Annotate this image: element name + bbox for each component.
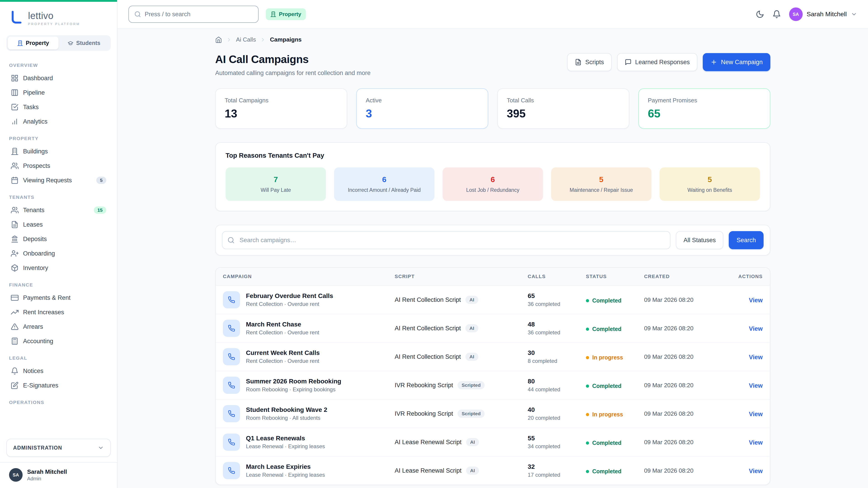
- table-row: Current Week Rent Calls Rent Collection …: [216, 343, 770, 371]
- sidebar-user-profile[interactable]: SA Sarah Mitchell Admin: [0, 462, 117, 488]
- dark-mode-toggle[interactable]: [756, 10, 764, 19]
- script-name: IVR Rebooking Script: [395, 410, 453, 417]
- signature-pen-icon: [11, 382, 19, 389]
- calls-count: 80: [528, 378, 571, 385]
- sidebar-item-e-signatures[interactable]: E-Signatures: [6, 379, 111, 392]
- view-link[interactable]: View: [749, 354, 763, 361]
- mode-toggle-property[interactable]: Property: [8, 37, 59, 50]
- status-filter-dropdown[interactable]: All Statuses: [676, 231, 723, 249]
- avatar: SA: [9, 468, 23, 482]
- stat-payment-promises: Payment Promises 65: [638, 88, 770, 129]
- sidebar-item-tasks[interactable]: Tasks: [6, 100, 111, 114]
- sidebar-item-rent-increases[interactable]: Rent Increases: [6, 305, 111, 319]
- created-date: 09 Mar 2026 08:20: [637, 371, 717, 399]
- campaign-filter-bar: All Statuses Search: [215, 225, 770, 256]
- script-type-badge: AI: [465, 324, 478, 332]
- sidebar-item-deposits[interactable]: Deposits: [6, 232, 111, 246]
- table-row: Student Rebooking Wave 2 Room Rebooking …: [216, 399, 770, 428]
- reason-tiles: 7 Will Pay Late 6 Incorrect Amount / Alr…: [225, 167, 760, 201]
- message-icon: [625, 59, 631, 66]
- home-icon[interactable]: [215, 36, 222, 43]
- sidebar-item-prospects[interactable]: Prospects: [6, 159, 111, 173]
- status-dot: [586, 299, 589, 302]
- breadcrumb-ai-calls[interactable]: Ai Calls: [236, 36, 256, 43]
- context-badge-property[interactable]: Property: [266, 8, 306, 20]
- campaigns-table-card: CAMPAIGN SCRIPT CALLS STATUS CREATED ACT…: [215, 267, 770, 485]
- calls-count: 55: [528, 435, 571, 442]
- sidebar-item-payments-rent[interactable]: Payments & Rent: [6, 291, 111, 305]
- graduation-cap-icon: [68, 40, 73, 46]
- new-campaign-button[interactable]: New Campaign: [703, 53, 770, 71]
- learned-responses-button[interactable]: Learned Responses: [617, 53, 698, 71]
- sidebar-item-dashboard[interactable]: Dashboard: [6, 71, 111, 85]
- script-name: AI Lease Renewal Script: [395, 467, 462, 474]
- status-badge: Completed: [586, 383, 621, 389]
- campaign-subtitle: Rent Collection · Overdue rent: [246, 358, 320, 364]
- status-badge: Completed: [586, 440, 621, 446]
- campaign-search-input[interactable]: [222, 231, 671, 249]
- sidebar-item-onboarding[interactable]: Onboarding: [6, 247, 111, 260]
- script-type-badge: Scripted: [458, 410, 485, 418]
- reason-tile-incorrect-amount: 6 Incorrect Amount / Already Paid: [334, 167, 434, 201]
- reason-tile-will-pay-late: 7 Will Pay Late: [225, 167, 326, 201]
- search-icon: [227, 236, 235, 244]
- brand-logo[interactable]: lettivo PROPERTY PLATFORM: [0, 2, 117, 31]
- user-name: Sarah Mitchell: [27, 468, 67, 475]
- calls-count: 65: [528, 292, 571, 300]
- sidebar-item-arrears[interactable]: Arrears: [6, 320, 111, 334]
- analytics-chart-icon: [11, 118, 19, 125]
- calendar-icon: [11, 176, 19, 184]
- sidebar-item-accounting[interactable]: Accounting: [6, 334, 111, 348]
- view-link[interactable]: View: [749, 468, 763, 475]
- sidebar-item-leases[interactable]: Leases: [6, 218, 111, 232]
- sidebar-item-analytics[interactable]: Analytics: [6, 115, 111, 129]
- notifications-button[interactable]: [772, 10, 781, 19]
- campaign-name: March Rent Chase: [246, 321, 319, 328]
- count-badge: 5: [96, 177, 106, 184]
- chevron-right-icon: [260, 37, 266, 43]
- sidebar-item-viewing-requests[interactable]: Viewing Requests 5: [6, 173, 111, 187]
- page-subtitle: Automated calling campaigns for rent col…: [215, 70, 370, 76]
- view-link[interactable]: View: [749, 439, 763, 446]
- sidebar-item-pipeline[interactable]: Pipeline: [6, 86, 111, 100]
- chevron-down-icon: [851, 11, 857, 18]
- campaign-name: Student Rebooking Wave 2: [246, 406, 327, 414]
- status-badge: Completed: [586, 297, 621, 304]
- top-reasons-title: Top Reasons Tenants Can't Pay: [225, 152, 760, 159]
- status-dot: [586, 470, 589, 473]
- moon-icon: [756, 10, 764, 19]
- trending-up-icon: [11, 308, 19, 316]
- campaign-name: March Lease Expiries: [246, 463, 325, 470]
- view-link[interactable]: View: [749, 297, 763, 304]
- status-dot: [586, 356, 589, 359]
- status-dot: [586, 413, 589, 416]
- main-area: Property SA Sarah Mitchell Ai Calls: [118, 0, 868, 488]
- status-badge: In progress: [586, 354, 623, 361]
- user-role: Admin: [27, 476, 67, 482]
- sidebar-item-tenants[interactable]: Tenants 15: [6, 203, 111, 217]
- column-header-actions: ACTIONS: [717, 268, 770, 286]
- campaign-name: Q1 Lease Renewals: [246, 435, 325, 442]
- credit-card-icon: [11, 294, 19, 302]
- view-link[interactable]: View: [749, 411, 763, 418]
- view-link[interactable]: View: [749, 382, 763, 389]
- breadcrumb: Ai Calls Campaigns: [215, 36, 770, 43]
- sidebar-item-buildings[interactable]: Buildings: [6, 144, 111, 158]
- sidebar: lettivo PROPERTY PLATFORM Property Stude…: [0, 0, 118, 488]
- table-row: March Lease Expiries Lease Renewal · Exp…: [216, 456, 770, 485]
- global-search-input[interactable]: [145, 11, 253, 18]
- user-menu[interactable]: SA Sarah Mitchell: [789, 7, 857, 21]
- view-link[interactable]: View: [749, 325, 763, 332]
- calls-completed: 20 completed: [528, 415, 571, 421]
- sidebar-item-inventory[interactable]: Inventory: [6, 261, 111, 275]
- global-search: [128, 6, 258, 23]
- search-button[interactable]: Search: [729, 231, 764, 249]
- document-icon: [11, 221, 19, 228]
- phone-icon: [223, 377, 240, 394]
- campaign-subtitle: Lease Renewal · Expiring leases: [246, 443, 325, 450]
- administration-toggle[interactable]: ADMINISTRATION: [6, 439, 111, 457]
- sidebar-item-notices[interactable]: Notices: [6, 364, 111, 378]
- table-row: Q1 Lease Renewals Lease Renewal · Expiri…: [216, 428, 770, 456]
- mode-toggle-students[interactable]: Students: [59, 37, 110, 50]
- scripts-button[interactable]: Scripts: [567, 53, 612, 71]
